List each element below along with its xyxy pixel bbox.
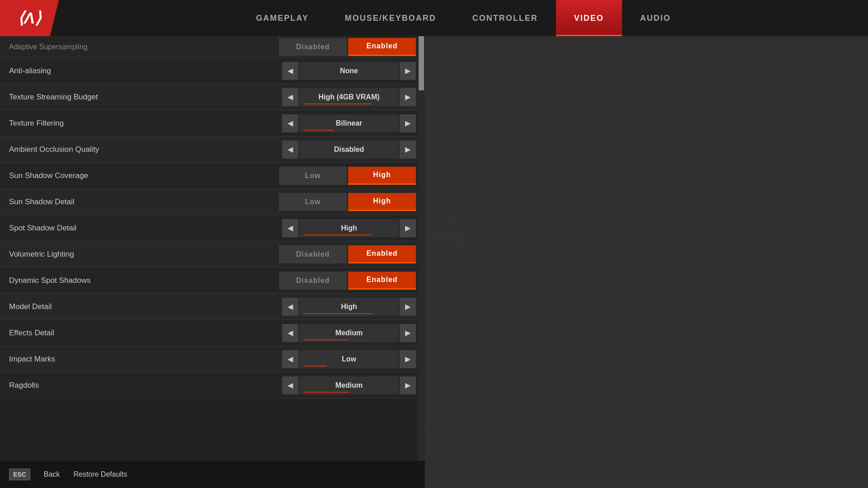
partial-control: Disabled Enabled	[279, 38, 416, 56]
toggle-control-sun-shadow-detail: Low High	[279, 193, 416, 211]
value-text-spot-shadow-detail: High	[341, 224, 357, 232]
bottom-bar: ESC Back Restore Defaults	[0, 461, 425, 488]
setting-label-sun-shadow-coverage: Sun Shadow Coverage	[9, 171, 279, 180]
arrow-left-ambient-occlusion[interactable]: ◀	[282, 141, 298, 159]
setting-row-sun-shadow-detail: Sun Shadow Detail Low High	[0, 189, 425, 215]
value-box-spot-shadow-detail: High	[299, 219, 399, 237]
partial-label: Adaptive Supersampling	[9, 43, 279, 51]
partial-row: Adaptive Supersampling Disabled Enabled	[0, 36, 425, 58]
value-text-ragdolls: Medium	[335, 381, 363, 389]
toggle-high-sun-shadow-coverage[interactable]: High	[348, 167, 416, 185]
arrow-control-ragdolls: ◀ Medium ▶	[282, 376, 416, 394]
value-box-anti-aliasing: None	[299, 62, 399, 80]
arrow-left-effects-detail[interactable]: ◀	[282, 324, 298, 342]
toggle-low-sun-shadow-coverage[interactable]: Low	[279, 167, 347, 185]
arrow-right-ragdolls[interactable]: ▶	[400, 376, 416, 394]
setting-label-ambient-occlusion: Ambient Occlusion Quality	[9, 145, 282, 154]
arrow-left-texture-filtering[interactable]: ◀	[282, 114, 298, 132]
tab-gameplay[interactable]: GAMEPLAY	[238, 0, 326, 36]
setting-label-effects-detail: Effects Detail	[9, 328, 282, 338]
scrollbar-track[interactable]	[418, 36, 425, 461]
tab-video[interactable]: VIDEO	[556, 0, 622, 36]
value-bar-texture-streaming	[304, 103, 394, 104]
setting-row-texture-filtering: Texture Filtering ◀ Bilinear ▶	[0, 110, 425, 136]
arrow-right-model-detail[interactable]: ▶	[400, 298, 416, 316]
scrollbar-thumb[interactable]	[419, 36, 424, 90]
toggle-control-volumetric-lighting: Disabled Enabled	[279, 245, 416, 263]
arrow-control-anti-aliasing: ◀ None ▶	[282, 62, 416, 80]
setting-label-dynamic-spot-shadows: Dynamic Spot Shadows	[9, 276, 279, 285]
setting-label-volumetric-lighting: Volumetric Lighting	[9, 250, 279, 259]
tab-audio[interactable]: AUDIO	[622, 0, 689, 36]
value-box-effects-detail: Medium	[299, 324, 399, 342]
arrow-right-ambient-occlusion[interactable]: ▶	[400, 141, 416, 159]
main-content: Adaptive Supersampling Disabled Enabled …	[0, 36, 868, 488]
tab-controller[interactable]: CONTROLLER	[454, 0, 556, 36]
value-box-texture-streaming: High (4GB VRAM)	[299, 88, 399, 106]
value-box-impact-marks: Low	[299, 350, 399, 368]
arrow-left-anti-aliasing[interactable]: ◀	[282, 62, 298, 80]
setting-label-model-detail: Model Detail	[9, 302, 282, 311]
setting-row-spot-shadow-detail: Spot Shadow Detail ◀ High ▶	[0, 215, 425, 241]
value-bar-fill-texture-filtering	[304, 130, 334, 131]
toggle-disabled-volumetric-lighting[interactable]: Disabled	[279, 245, 347, 263]
logo-area: ⟨Λ⟩	[0, 0, 59, 36]
arrow-right-texture-filtering[interactable]: ▶	[400, 114, 416, 132]
settings-list: Adaptive Supersampling Disabled Enabled …	[0, 36, 425, 461]
right-panel	[425, 36, 868, 488]
toggle-enabled-dynamic-spot-shadows[interactable]: Enabled	[348, 272, 416, 290]
value-bar-ragdolls	[304, 392, 394, 393]
header: ⟨Λ⟩ GAMEPLAY MOUSE/KEYBOARD CONTROLLER V…	[0, 0, 868, 36]
apex-logo-icon: ⟨Λ⟩	[18, 9, 41, 28]
toggle-disabled-dynamic-spot-shadows[interactable]: Disabled	[279, 272, 347, 290]
arrow-control-impact-marks: ◀ Low ▶	[282, 350, 416, 368]
value-box-ragdolls: Medium	[299, 376, 399, 394]
partial-option1-btn[interactable]: Disabled	[279, 38, 347, 56]
value-bar-fill-spot-shadow-detail	[304, 235, 372, 235]
setting-row-ambient-occlusion: Ambient Occlusion Quality ◀ Disabled ▶	[0, 136, 425, 163]
tab-mouse-keyboard[interactable]: MOUSE/KEYBOARD	[327, 0, 454, 36]
value-text-anti-aliasing: None	[340, 67, 358, 75]
restore-defaults-button[interactable]: Restore Defaults	[73, 470, 127, 479]
toggle-enabled-volumetric-lighting[interactable]: Enabled	[348, 245, 416, 263]
value-bar-fill-model-detail	[304, 313, 372, 314]
setting-label-anti-aliasing: Anti-aliasing	[9, 66, 282, 75]
value-bar-fill-ragdolls	[304, 392, 349, 393]
setting-row-effects-detail: Effects Detail ◀ Medium ▶	[0, 320, 425, 346]
arrow-left-spot-shadow-detail[interactable]: ◀	[282, 219, 298, 237]
value-bar-model-detail	[304, 313, 394, 314]
value-bar-impact-marks	[304, 366, 394, 366]
arrow-right-spot-shadow-detail[interactable]: ▶	[400, 219, 416, 237]
value-box-model-detail: High	[299, 298, 399, 316]
setting-label-spot-shadow-detail: Spot Shadow Detail	[9, 224, 282, 233]
toggle-high-sun-shadow-detail[interactable]: High	[348, 193, 416, 211]
arrow-right-impact-marks[interactable]: ▶	[400, 350, 416, 368]
value-text-impact-marks: Low	[342, 355, 356, 363]
setting-label-ragdolls: Ragdolls	[9, 381, 282, 390]
arrow-control-texture-filtering: ◀ Bilinear ▶	[282, 114, 416, 132]
value-bar-fill-texture-streaming	[304, 103, 372, 104]
setting-label-sun-shadow-detail: Sun Shadow Detail	[9, 197, 279, 206]
arrow-left-impact-marks[interactable]: ◀	[282, 350, 298, 368]
setting-label-texture-filtering: Texture Filtering	[9, 119, 282, 128]
arrow-right-anti-aliasing[interactable]: ▶	[400, 62, 416, 80]
arrow-left-model-detail[interactable]: ◀	[282, 298, 298, 316]
setting-row-ragdolls: Ragdolls ◀ Medium ▶	[0, 372, 425, 399]
arrow-right-effects-detail[interactable]: ▶	[400, 324, 416, 342]
toggle-low-sun-shadow-detail[interactable]: Low	[279, 193, 347, 211]
arrow-left-texture-streaming[interactable]: ◀	[282, 88, 298, 106]
partial-option2-btn[interactable]: Enabled	[348, 38, 416, 56]
value-bar-fill-effects-detail	[304, 339, 349, 340]
arrow-control-effects-detail: ◀ Medium ▶	[282, 324, 416, 342]
value-text-effects-detail: Medium	[335, 329, 363, 337]
setting-row-dynamic-spot-shadows: Dynamic Spot Shadows Disabled Enabled	[0, 267, 425, 294]
setting-row-model-detail: Model Detail ◀ High ▶	[0, 294, 425, 320]
arrow-left-ragdolls[interactable]: ◀	[282, 376, 298, 394]
setting-row-impact-marks: Impact Marks ◀ Low ▶	[0, 346, 425, 372]
arrow-control-texture-streaming: ◀ High (4GB VRAM) ▶	[282, 88, 416, 106]
setting-label-texture-streaming: Texture Streaming Budget	[9, 93, 282, 102]
value-bar-ambient-occlusion	[304, 156, 394, 157]
nav-tabs: GAMEPLAY MOUSE/KEYBOARD CONTROLLER VIDEO…	[59, 0, 868, 36]
arrow-right-texture-streaming[interactable]: ▶	[400, 88, 416, 106]
value-text-texture-streaming: High (4GB VRAM)	[318, 93, 379, 101]
